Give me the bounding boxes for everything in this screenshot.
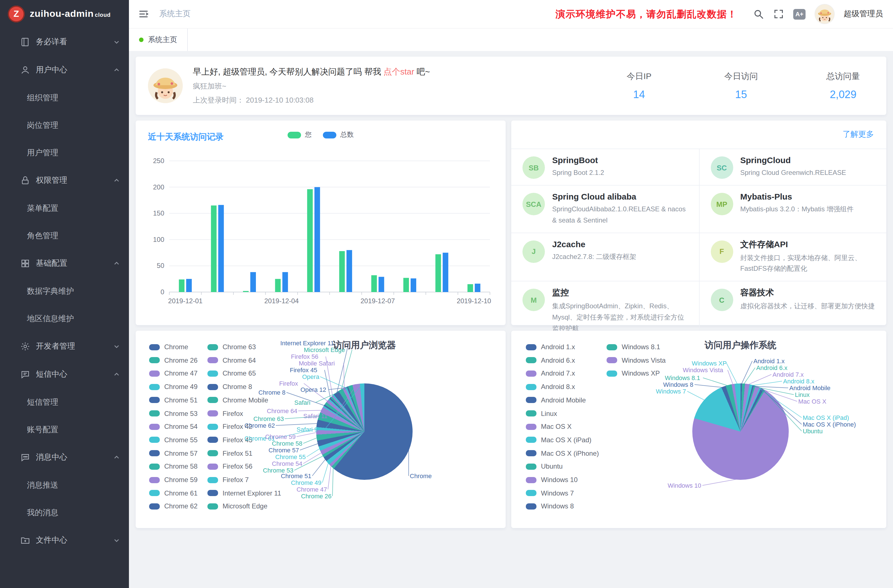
sidebar-subitem[interactable]: 组织管理 (0, 84, 129, 111)
legend-item[interactable]: Chrome 57 (149, 449, 198, 457)
pie-callout-label: Chrome 58 (272, 440, 302, 447)
legend-label: Windows 8.1 (622, 343, 660, 351)
legend-swatch (526, 397, 537, 403)
stat-2: 总访问量2,029 (826, 71, 860, 101)
bar-legend-item[interactable]: 总数 (323, 130, 354, 140)
legend-item[interactable]: Chrome 8 (207, 383, 252, 391)
pie-callout-label: Chrome 59 (265, 433, 296, 440)
legend-item[interactable]: Chrome 55 (149, 436, 198, 444)
legend-item[interactable]: Mac OS X (526, 423, 571, 430)
legend-swatch (607, 344, 617, 350)
tech-item-title: Spring Cloud alibaba (552, 192, 687, 201)
fullscreen-icon[interactable] (773, 8, 784, 20)
sidebar-item-base-config[interactable]: 基础配置 (0, 250, 129, 277)
legend-item[interactable]: Chrome 61 (149, 489, 198, 497)
legend-item[interactable]: Chrome 62 (149, 502, 198, 510)
legend-item[interactable]: Android 7.x (526, 370, 575, 377)
stat-label: 今日访问 (724, 71, 758, 81)
tab-home[interactable]: 系统主页 (129, 29, 188, 51)
sidebar-subitem[interactable]: 角色管理 (0, 222, 129, 250)
pie-callout-label: Firefox (279, 380, 298, 387)
sidebar-item-sms-center[interactable]: 短信中心 (0, 361, 129, 388)
legend-item[interactable]: Windows 8.1 (607, 343, 660, 351)
sidebar-item-must-read[interactable]: 务必详看 (0, 28, 129, 56)
legend-swatch (287, 131, 301, 138)
legend-item[interactable]: Chrome (149, 343, 188, 351)
legend-item[interactable]: Mac OS X (iPad) (526, 436, 591, 444)
sidebar-subitem[interactable]: 数据字典维护 (0, 277, 129, 305)
legend-item[interactable]: Android Mobile (526, 396, 586, 404)
username[interactable]: 超级管理员 (844, 9, 883, 19)
legend-item[interactable]: Chrome 59 (149, 476, 198, 484)
bar-legend-item[interactable]: 您 (287, 130, 312, 140)
legend-item[interactable]: Firefox 51 (207, 449, 253, 457)
legend-swatch (526, 463, 537, 470)
legend-item[interactable]: Chrome 65 (207, 370, 256, 377)
legend-swatch (149, 370, 160, 377)
legend-item[interactable]: Android 6.x (526, 356, 575, 364)
legend-item[interactable]: Windows XP (607, 370, 660, 377)
legend-item[interactable]: Ubuntu (526, 463, 562, 471)
legend-label: Android Mobile (541, 396, 586, 404)
legend-item[interactable]: Chrome 49 (149, 383, 198, 391)
legend-item[interactable]: Windows 10 (526, 476, 578, 484)
legend-item[interactable]: Internet Explorer 11 (207, 489, 281, 497)
legend-item[interactable]: Firefox 56 (207, 463, 253, 471)
font-size-icon[interactable]: A+ (793, 9, 806, 20)
bar-chart: 0501001502002502019-12-012019-12-042019-… (143, 152, 498, 316)
star-link[interactable]: 点个star (383, 66, 414, 76)
avatar-illustration (815, 5, 834, 24)
legend-item[interactable]: Microsoft Edge (207, 502, 268, 510)
legend-label: Chrome 63 (222, 343, 256, 351)
legend-item[interactable]: Chrome 47 (149, 370, 198, 377)
legend-label: Linux (541, 409, 557, 417)
sidebar-subitem[interactable]: 岗位管理 (0, 111, 129, 139)
legend-swatch (207, 357, 218, 363)
legend-label: Android 1.x (541, 343, 575, 351)
legend-item[interactable]: Windows 7 (526, 489, 574, 497)
legend-item[interactable]: Chrome Mobile (207, 396, 268, 404)
legend-item[interactable]: Firefox (207, 409, 243, 417)
legend-swatch (207, 437, 218, 443)
legend-item[interactable]: Chrome 58 (149, 463, 198, 471)
legend-label: Chrome 51 (164, 396, 198, 404)
legend-item[interactable]: Chrome 26 (149, 356, 198, 364)
sidebar-subitem[interactable]: 地区信息维护 (0, 305, 129, 332)
svg-text:100: 100 (153, 236, 164, 243)
pie-callout-label: Android 8.x (783, 378, 814, 385)
legend-item[interactable]: Windows Vista (607, 356, 666, 364)
sidebar-subitem[interactable]: 我的消息 (0, 499, 129, 526)
sidebar-subitem[interactable]: 账号配置 (0, 416, 129, 444)
breadcrumb: 系统主页 (159, 9, 191, 19)
legend-item[interactable]: Android 1.x (526, 343, 575, 351)
sidebar-item-file-center[interactable]: 文件中心 (0, 526, 129, 554)
topbar-actions: A+ 超级管理员 (753, 4, 883, 24)
legend-swatch (526, 477, 537, 483)
tech-badge-icon: F (711, 240, 733, 263)
sidebar-subitem[interactable]: 短信管理 (0, 388, 129, 416)
sidebar-subitem[interactable]: 消息推送 (0, 471, 129, 499)
sidebar-subitem[interactable]: 用户管理 (0, 139, 129, 167)
sidebar-item-message-center[interactable]: 消息中心 (0, 444, 129, 471)
legend-item[interactable]: Mac OS X (iPhone) (526, 449, 599, 457)
user-avatar[interactable] (815, 4, 835, 24)
sidebar-item-developer[interactable]: 开发者管理 (0, 332, 129, 361)
legend-item[interactable]: Windows 8 (526, 502, 574, 510)
sidebar-item-user-center[interactable]: 用户中心 (0, 56, 129, 84)
legend-label: Chrome 47 (164, 370, 198, 377)
legend-item[interactable]: Chrome 54 (149, 423, 198, 430)
sidebar-subitem[interactable]: 菜单配置 (0, 194, 129, 222)
learn-more-link[interactable]: 了解更多 (843, 129, 874, 140)
sidebar-collapse-button[interactable] (138, 8, 149, 20)
sidebar-item-permission[interactable]: 权限管理 (0, 167, 129, 194)
search-icon[interactable] (753, 8, 764, 20)
legend-item[interactable]: Chrome 63 (207, 343, 256, 351)
tech-badge-icon: M (522, 289, 545, 311)
legend-item[interactable]: Chrome 51 (149, 396, 198, 404)
legend-item[interactable]: Chrome 64 (207, 356, 256, 364)
legend-item[interactable]: Android 8.x (526, 383, 575, 391)
legend-item[interactable]: Chrome 53 (149, 409, 198, 417)
pie-callout-label: Ubuntu (803, 428, 822, 435)
legend-item[interactable]: Firefox 7 (207, 476, 249, 484)
legend-item[interactable]: Linux (526, 409, 557, 417)
